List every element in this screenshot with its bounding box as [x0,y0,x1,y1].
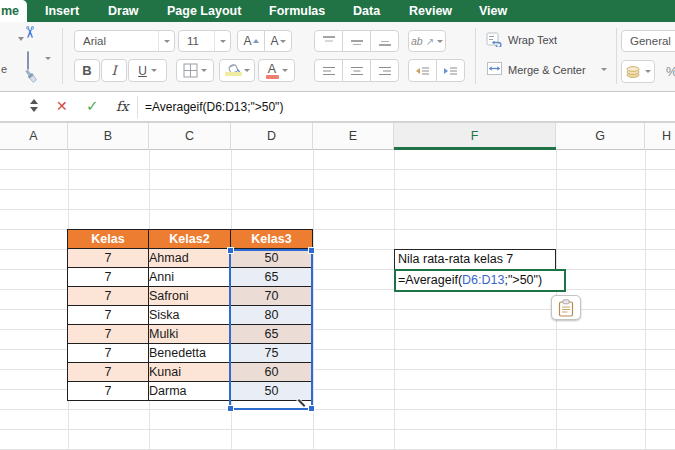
cell-b13[interactable]: 7 [68,382,149,401]
enter-button[interactable]: ✓ [86,97,99,115]
shrink-font-button[interactable]: A [264,30,292,52]
tab-review[interactable]: Review [409,0,452,22]
font-color-icon: A [266,62,279,79]
cell-f7-editing[interactable]: =Averageif(D6:D13;">50") [394,269,566,292]
tab-insert[interactable]: Insert [45,0,79,22]
name-box-stepper[interactable] [30,99,38,112]
align-left-icon [322,65,336,77]
cell-d7[interactable]: 65 [231,268,313,287]
column-header-e[interactable]: E [313,123,394,150]
align-left-button[interactable] [314,59,343,82]
tab-data[interactable]: Data [353,0,380,22]
table-row: 7 Safroni 70 [68,287,313,306]
kelas-table: Kelas Kelas2 Kelas3 7 Ahmad 50 7 Anni 65… [67,229,313,401]
cell-b12[interactable]: 7 [68,363,149,382]
wrap-text-button[interactable] [486,31,503,51]
number-format-value: General [622,35,675,47]
cell-d12[interactable]: 60 [231,363,313,382]
horizontal-align-group [314,59,399,82]
align-top-button[interactable] [314,30,343,52]
align-middle-button[interactable] [342,30,371,52]
cancel-button[interactable]: ✕ [56,98,68,114]
cell-c13[interactable]: Darma [149,382,231,401]
bold-button[interactable]: B [74,59,100,82]
font-color-button[interactable]: A [258,59,295,82]
tab-view[interactable]: View [479,0,507,22]
tab-formulas[interactable]: Formulas [269,0,325,22]
fill-color-button[interactable] [219,59,255,82]
paste-options-button[interactable] [551,295,581,320]
grow-font-letter: A [243,34,251,48]
tab-home[interactable]: me [0,0,27,22]
cell-d11[interactable]: 75 [231,344,313,363]
cell-b8[interactable]: 7 [68,287,149,306]
ribbon-divider [616,28,617,84]
column-header-h[interactable]: H [645,123,675,150]
selection-handle[interactable] [227,247,234,254]
increase-indent-button[interactable] [436,59,465,82]
header-kelas3[interactable]: Kelas3 [231,230,313,249]
cell-d6[interactable]: 50 [231,249,313,268]
cell-b6[interactable]: 7 [68,249,149,268]
percent-style-button[interactable]: % [666,64,675,79]
cell-b10[interactable]: 7 [68,325,149,344]
cell-b9[interactable]: 7 [68,306,149,325]
cell-b7[interactable]: 7 [68,268,149,287]
table-row: 7 Ahmad 50 [68,249,313,268]
font-name-select[interactable]: Arial [74,30,175,52]
merge-center-button[interactable] [486,61,503,80]
copy-dropdown-caret-icon[interactable] [45,57,51,60]
cut-button[interactable]: ✂ [23,23,36,42]
accounting-format-button[interactable] [621,60,655,83]
grow-font-button[interactable]: A [237,30,265,52]
column-header-a[interactable]: A [0,123,68,150]
cell-d9[interactable]: 80 [231,306,313,325]
align-center-button[interactable] [342,59,371,82]
header-kelas[interactable]: Kelas [68,230,149,249]
cell-c8[interactable]: Safroni [149,287,231,306]
tab-page-layout[interactable]: Page Layout [167,0,241,22]
cell-d10[interactable]: 65 [231,325,313,344]
borders-button[interactable] [176,59,214,82]
wrap-text-label[interactable]: Wrap Text [508,34,557,46]
table-header-row: Kelas Kelas2 Kelas3 [68,230,313,249]
sheet-grid[interactable]: Kelas Kelas2 Kelas3 7 Ahmad 50 7 Anni 65… [0,150,675,450]
cell-c7[interactable]: Anni [149,268,231,287]
cell-c12[interactable]: Kunai [149,363,231,382]
column-header-g[interactable]: G [556,123,645,150]
selection-handle[interactable] [308,247,315,254]
fill-handle[interactable] [308,405,315,412]
cell-c9[interactable]: Siska [149,306,231,325]
format-painter-button[interactable] [23,69,40,89]
decrease-indent-button[interactable] [408,59,437,82]
underline-button[interactable]: U [128,59,167,82]
column-header-b[interactable]: B [68,123,149,150]
align-right-button[interactable] [370,59,399,82]
formula-input[interactable]: =Averageif(D6:D13;">50") [145,100,283,114]
text-orientation-button[interactable]: ab ↗ [408,30,446,52]
font-size-select[interactable]: 11 [178,30,231,52]
cell-b11[interactable]: 7 [68,344,149,363]
column-header-d[interactable]: D [231,123,313,150]
number-format-select[interactable]: General [621,30,675,52]
header-kelas2[interactable]: Kelas2 [149,230,231,249]
cell-c10[interactable]: Mulki [149,325,231,344]
font-size-value: 11 [179,35,214,47]
italic-button[interactable]: I [101,59,127,82]
tab-draw[interactable]: Draw [108,0,139,22]
cell-c6[interactable]: Ahmad [149,249,231,268]
cell-c11[interactable]: Benedetta [149,344,231,363]
column-header-f[interactable]: F [394,123,556,150]
orientation-caret-icon [437,40,443,43]
copy-button[interactable] [27,52,29,70]
insert-function-button[interactable]: fx [116,98,129,114]
align-bottom-button[interactable] [370,30,399,52]
merge-center-label[interactable]: Merge & Center [508,64,586,76]
ribbon-divider [475,28,476,84]
merge-center-caret-icon[interactable] [601,68,607,71]
column-header-c[interactable]: C [149,123,231,150]
selection-handle[interactable] [227,405,234,412]
cell-d8[interactable]: 70 [231,287,313,306]
cell-d13[interactable]: 50 [231,382,313,401]
cell-f6[interactable]: Nila rata-rata kelas 7 [394,249,556,270]
